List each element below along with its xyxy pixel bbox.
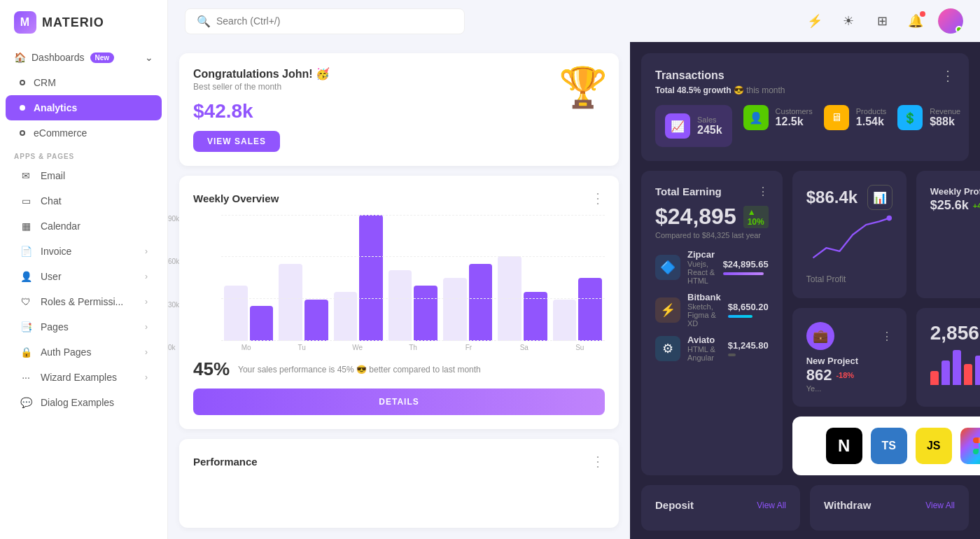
topbar-right: ⚡ ☀ ⊞ 🔔: [804, 8, 963, 34]
ecommerce-label: eCommerce: [34, 127, 87, 139]
revenue-icon: 💲: [897, 105, 923, 130]
section-label: APPS & PAGES: [0, 146, 167, 163]
weekly-row: Weekly Overview ⋮ 90k 60k 30k 0k: [179, 176, 619, 429]
user-icon: 👤: [20, 271, 32, 282]
chevron-down-icon: ⌄: [145, 52, 153, 63]
aviato-val: $1,245.80: [728, 340, 769, 351]
content-area: Congratulations John! 🥳 Best seller of t…: [168, 42, 980, 539]
trophy-icon: 🏆: [559, 64, 608, 111]
weekly-title: Weekly Overview: [193, 192, 279, 204]
x-label-we: We: [332, 344, 382, 351]
dashboards-label: Dashboards: [31, 52, 85, 63]
bar-light: [279, 264, 302, 341]
tech-logos-card: N TS JS: [792, 416, 980, 475]
x-label-fr: Fr: [444, 344, 493, 351]
y-label-90k: 90k: [168, 215, 179, 223]
earning-title: Total Earning: [655, 186, 722, 197]
performance-card: Performance ⋮: [179, 439, 619, 528]
bar-light: [498, 256, 522, 341]
chevron-right-icon: ›: [145, 246, 148, 256]
weekly-profit-pct: +42%: [973, 202, 980, 210]
sidebar-item-dialog[interactable]: 💬 Dialog Examples: [6, 390, 162, 415]
new-project-card: 💼 ⋮ New Project 862 -18% Ye...: [792, 308, 906, 407]
mini-bar-4: [964, 364, 972, 385]
y-label-30k: 30k: [168, 301, 179, 309]
search-box[interactable]: 🔍: [185, 8, 465, 34]
congrats-card: Congratulations John! 🥳 Best seller of t…: [179, 53, 619, 166]
sidebar-item-email[interactable]: ✉ Email: [6, 163, 162, 188]
growth-emoji: 😎: [734, 85, 744, 95]
sidebar-item-ecommerce[interactable]: eCommerce: [6, 120, 162, 146]
roles-label: Roles & Permissi...: [41, 296, 123, 307]
avatar[interactable]: [938, 8, 963, 34]
transactions-more-icon[interactable]: ⋮: [941, 67, 955, 84]
perf-card-header: Performance ⋮: [193, 453, 605, 470]
sidebar-item-analytics[interactable]: Analytics: [6, 95, 162, 120]
pages-label: Pages: [41, 321, 69, 332]
proj-more-icon[interactable]: ⋮: [881, 330, 892, 343]
weekly-profit-value: $25.6k +42%: [930, 198, 980, 213]
pages-icon: 📑: [20, 321, 32, 332]
chat-icon: ▭: [20, 195, 32, 206]
wizard-label: Wizard Examples: [41, 372, 117, 383]
bar-light: [334, 292, 358, 341]
wizard-icon: ···: [20, 372, 32, 383]
details-button[interactable]: DETAILS: [193, 388, 605, 415]
chevron-right-icon: ›: [145, 372, 148, 382]
view-sales-button[interactable]: VIEW SALES: [193, 131, 280, 152]
notification-icon[interactable]: 🔔: [904, 10, 927, 32]
grid-icon[interactable]: ⊞: [871, 10, 893, 32]
mini-bars: [930, 350, 980, 385]
typescript-logo: TS: [871, 428, 907, 464]
withdraw-card: Withdraw View All: [810, 485, 969, 531]
perf-more-icon[interactable]: ⋮: [591, 453, 605, 470]
chevron-right-icon: ›: [145, 347, 148, 357]
total-profit-label: Total Profit: [806, 274, 892, 284]
search-input[interactable]: [216, 15, 453, 27]
translate-icon[interactable]: ⚡: [804, 10, 826, 32]
topbar: 🔍 ⚡ ☀ ⊞ 🔔: [168, 0, 980, 42]
sidebar: M MATERIO 🏠 Dashboards New ⌄ CRM Analyti…: [0, 0, 168, 539]
dot-icon: [20, 105, 25, 111]
sidebar-item-invoice[interactable]: 📄 Invoice ›: [6, 239, 162, 264]
congrats-amount: $42.8k: [193, 100, 605, 122]
aviato-info: Aviato HTML & Angular: [687, 335, 721, 362]
calendar-icon: ▦: [20, 220, 32, 232]
svg-point-0: [886, 216, 892, 221]
deposit-view-all[interactable]: View All: [757, 500, 786, 510]
sidebar-item-roles[interactable]: 🛡 Roles & Permissi... ›: [6, 289, 162, 314]
bar-purple: [359, 215, 383, 341]
dot-icon: [20, 80, 25, 85]
zipcar-bar: [723, 272, 764, 275]
more-icon[interactable]: ⋮: [591, 190, 605, 206]
sales-label: Sales: [697, 115, 722, 124]
withdraw-view-all[interactable]: View All: [925, 500, 955, 510]
products-info: Products 1.54k: [856, 107, 886, 128]
x-label-tu: Tu: [276, 344, 326, 351]
revenue-value: $88k: [930, 115, 960, 128]
brightness-icon[interactable]: ☀: [837, 10, 860, 32]
sidebar-item-crm[interactable]: CRM: [6, 70, 162, 95]
sidebar-item-wizard[interactable]: ··· Wizard Examples ›: [6, 365, 162, 390]
y-label-60k: 60k: [168, 258, 179, 265]
bar-purple: [524, 292, 547, 341]
sidebar-item-auth[interactable]: 🔒 Auth Pages ›: [6, 340, 162, 365]
sidebar-item-user[interactable]: 👤 User ›: [6, 264, 162, 289]
sidebar-item-pages[interactable]: 📑 Pages ›: [6, 314, 162, 340]
earning-more-icon[interactable]: ⋮: [757, 185, 769, 198]
transactions-card: Transactions ⋮ Total 48.5% growth 😎 this…: [641, 53, 969, 161]
proj-sub: Ye...: [806, 384, 892, 393]
top-cards-row: Congratulations John! 🥳 Best seller of t…: [179, 53, 619, 166]
sidebar-dashboards[interactable]: 🏠 Dashboards New ⌄: [0, 45, 167, 70]
analytics-label: Analytics: [34, 102, 77, 113]
x-label-th: Th: [388, 344, 438, 351]
products-icon: 🖥: [824, 105, 849, 130]
bar-light: [553, 300, 577, 341]
mini-bar-5: [975, 356, 980, 385]
auth-label: Auth Pages: [41, 346, 91, 358]
sidebar-item-chat[interactable]: ▭ Chat: [6, 188, 162, 214]
mid-row: Total Earning ⋮ $24,895 ▲ 10% Compared t…: [641, 171, 969, 475]
aviato-logo: ⚙: [655, 336, 680, 361]
revenue-stat: 💲 Revenue $88k: [897, 105, 960, 130]
sidebar-item-calendar[interactable]: ▦ Calendar: [6, 214, 162, 239]
